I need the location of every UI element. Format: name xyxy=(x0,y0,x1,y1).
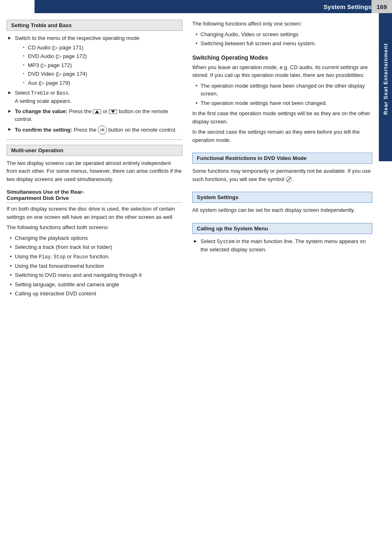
confirm-setting-label: To confirm the setting: xyxy=(15,126,72,132)
simultaneous-para1: If on both display screens the disc driv… xyxy=(7,205,182,221)
mode-mp3: MP3 (▷ page 172) xyxy=(23,61,182,70)
switching-para2: In the first case the operation mode set… xyxy=(192,109,372,125)
play-code: Play xyxy=(39,254,51,260)
treble-bass-step-3: To change the value: Press the or button… xyxy=(8,107,182,123)
header-bar: System Settings xyxy=(35,0,392,13)
section-multiuser-box: Multi-user Operation xyxy=(7,145,182,156)
both-item-7: Calling up interactive DVD content xyxy=(10,290,182,298)
divider-1 xyxy=(7,139,182,140)
right-column: The following functions affect only one … xyxy=(189,13,379,262)
ok-button-icon: ok xyxy=(98,125,107,135)
switching-item-2: The operation mode settings have not bee… xyxy=(196,99,372,107)
no-symbol-icon xyxy=(286,176,292,182)
triangle-down-icon xyxy=(111,110,115,113)
both-item-1: Changing the playback options xyxy=(10,234,182,242)
one-screen-item-1: Changing Audio, Video or screen settings xyxy=(196,30,372,39)
switching-para3: In the second case the settings remain a… xyxy=(192,128,372,144)
header-title: System Settings xyxy=(323,3,371,10)
one-screen-intro: The following functions affect only one … xyxy=(192,20,372,28)
one-screen-list: Changing Audio, Video or screen settings… xyxy=(196,30,372,48)
both-screens-list: Changing the playback options Selecting … xyxy=(10,234,182,298)
mode-aux: Aux (▷ page 179) xyxy=(23,79,182,87)
switching-modes-heading: Switching Operating Modes xyxy=(192,54,372,61)
triangle-up-icon xyxy=(95,110,99,113)
simultaneous-use-heading: Simultaneous Use of the Rear-Compartment… xyxy=(7,189,182,203)
bass-code: Bass xyxy=(57,91,69,96)
mode-dvd-video: DVD Video (▷ page 174) xyxy=(23,70,182,78)
calling-step-1: Select System in the main function line.… xyxy=(194,237,372,254)
system-settings-box: System Settings xyxy=(192,192,372,203)
page-number: 169 xyxy=(371,0,392,13)
mode-dvd-audio: DVD Audio (▷ page 172) xyxy=(23,52,182,60)
triangle-down-key xyxy=(109,109,117,114)
one-screen-item-2: Switching between full screen and menu s… xyxy=(196,39,372,48)
treble-code: Treble xyxy=(31,91,49,96)
treble-bass-step-2: Select Treble or Bass.A setting scale ap… xyxy=(8,89,182,105)
stop-code: Stop xyxy=(54,254,66,260)
multiuser-title: Multi-user Operation xyxy=(11,147,63,153)
triangle-up-key xyxy=(93,109,101,114)
system-settings-para: All system settings can be set for each … xyxy=(192,206,372,214)
functional-restrictions-box: Functional Restrictions in DVD Video Mod… xyxy=(192,153,372,164)
both-item-3: Using the Play, Stop or Pause function. xyxy=(10,253,182,261)
section-treble-bass-box: Setting Treble and Bass xyxy=(7,20,182,31)
treble-bass-step-4: To confirm the setting: Press the ok but… xyxy=(8,125,182,135)
mode-sub-list: CD Audio (▷ page 171) DVD Audio (▷ page … xyxy=(23,44,182,87)
calling-system-menu-title: Calling up the System Menu xyxy=(197,225,268,232)
switching-modes-para1: When you leave an operation mode, e.g. C… xyxy=(192,63,372,79)
side-tab-marker xyxy=(379,145,392,161)
both-item-6: Setting language, subtitle and camera an… xyxy=(10,281,182,289)
functional-restrictions-para: Some functions may temporarily or perman… xyxy=(192,167,372,183)
left-column: Setting Treble and Bass Switch to the me… xyxy=(0,13,189,307)
treble-bass-step-1: Switch to the menu of the respective ope… xyxy=(8,34,182,87)
change-value-label: To change the value: xyxy=(15,108,67,114)
switching-modes-list: The operation mode settings have been ch… xyxy=(196,82,372,107)
side-tab: Rear Seat Entertainment xyxy=(379,13,392,145)
treble-bass-steps: Switch to the menu of the respective ope… xyxy=(8,34,182,135)
both-item-5: Switching to DVD menu and and navigating… xyxy=(10,271,182,279)
switching-item-1: The operation mode settings have been ch… xyxy=(196,82,372,98)
both-item-2: Selecting a track (from track list or fo… xyxy=(10,243,182,251)
calling-system-menu-box: Calling up the System Menu xyxy=(192,223,372,234)
treble-bass-title: Setting Treble and Bass xyxy=(11,22,71,28)
mode-cd-audio: CD Audio (▷ page 171) xyxy=(23,44,182,52)
calling-steps: Select System in the main function line.… xyxy=(194,237,372,254)
system-settings-box-title: System Settings xyxy=(197,194,238,200)
functional-restrictions-title: Functional Restrictions in DVD Video Mod… xyxy=(197,155,307,161)
system-code: System xyxy=(217,239,235,245)
pause-code: Pause xyxy=(73,254,88,260)
multiuser-paragraph: The two display screens can be operated … xyxy=(7,159,182,183)
both-item-4: Using the fast forward/rewind function xyxy=(10,262,182,270)
simultaneous-both-intro: The following functions affect both scre… xyxy=(7,223,182,232)
side-tab-label: Rear Seat Entertainment xyxy=(383,43,389,115)
